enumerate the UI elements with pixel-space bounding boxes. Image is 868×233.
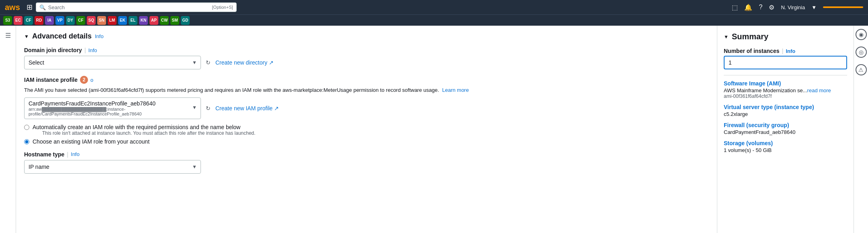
search-shortcut: [Option+S] [212,5,233,10]
create-iam-external-icon: ↗ [274,105,279,111]
hostname-field-group: Hostname type | Info IP name ▼ [24,151,709,174]
service-icon-vpc[interactable]: VP [55,16,64,25]
iam-info-link[interactable]: o [90,77,93,83]
service-icon-kn[interactable]: KN [139,16,148,25]
services-bar: S3 EC CF RD IA VP DY CF SQ SN LM EK EL K… [0,14,868,26]
domain-join-label: Domain join directory | Info [24,47,709,53]
service-icon-ddb[interactable]: DY [66,16,75,25]
radio-existing-input[interactable] [24,139,29,144]
radio-auto-label: Automatically create an IAM role with th… [33,124,256,130]
iam-radio-group: Automatically create an IAM role with th… [24,124,709,145]
collapse-icon[interactable]: ▼ [24,34,29,39]
region-selector[interactable]: N. Virginia [781,4,805,10]
bell-icon[interactable]: 🔔 [744,4,752,11]
help-icon[interactable]: ? [759,4,762,11]
summary-collapse-icon[interactable]: ▼ [724,34,729,40]
aws-logo[interactable]: aws [5,3,20,12]
summary-software-label: Software Image (AMI) [724,80,847,87]
domain-join-field-group: Domain join directory | Info Select ▼ ↻ … [24,47,709,69]
iam-select-value: CardPaymentsFraudEc2InstanceProfile_aeb7… [29,100,188,107]
radio-existing-label: Choose an existing IAM role from your ac… [33,138,149,145]
iam-select-container: CardPaymentsFraudEc2InstanceProfile_aeb7… [24,97,201,119]
right-icon-2[interactable]: ◎ [856,47,867,58]
top-nav: aws ⊞ 🔍 Search [Option+S] ⬚ 🔔 ? ⚙ N. Vir… [0,0,868,14]
hostname-label: Hostname type | Info [24,151,709,158]
section-title: Advanced details [32,32,92,41]
summary-header: ▼ Summary [724,32,847,41]
iam-learn-more-link[interactable]: Learn more [442,87,469,93]
advanced-details-header: ▼ Advanced details Info [24,32,709,41]
service-icon-ap[interactable]: AP [149,16,158,25]
main-layout: ☰ ▼ Advanced details Info Domain join di… [0,26,868,233]
summary-storage-section: Storage (volumes) 1 volume(s) - 50 GiB [724,140,847,153]
service-icon-cfn[interactable]: CF [76,16,85,25]
iam-description: The AMI you have selected (ami-00f361f6a… [24,86,709,94]
domain-join-row: Select ▼ ↻ Create new directory ↗ [24,56,709,69]
hostname-select-container: IP name ▼ [24,160,201,174]
settings-icon[interactable]: ⚙ [769,4,774,11]
sidebar-toggle-button[interactable]: ☰ [2,29,14,42]
radio-auto-option: Automatically create an IAM role with th… [24,124,709,136]
summary-instances-input[interactable] [724,56,847,69]
iam-refresh-icon[interactable]: ↻ [206,105,211,111]
create-iam-profile-link[interactable]: Create new IAM profile ↗ [215,105,279,111]
summary-software-read-more[interactable]: read more [807,87,831,93]
nav-right: ⬚ 🔔 ? ⚙ N. Virginia ▼ [732,4,863,11]
domain-join-select-container: Select ▼ [24,56,201,69]
nav-profile-bar [823,6,863,8]
summary-panel: ▼ Summary Number of instances | Info Sof… [717,26,854,233]
service-icon-ec2[interactable]: EC [14,16,23,25]
service-icon-sm[interactable]: SM [170,16,179,25]
service-icon-cf[interactable]: CF [24,16,33,25]
summary-instances-field: Number of instances | Info [724,48,847,69]
grid-icon[interactable]: ⊞ [27,3,33,12]
summary-instances-label: Number of instances | Info [724,48,847,54]
service-icon-rds[interactable]: RD [35,16,43,25]
summary-firewall-value: CardPaymentFraud_aeb78640 [724,129,847,135]
content-area: ▼ Advanced details Info Domain join dire… [16,26,717,233]
summary-software-section: Software Image (AMI) AWS Mainframe Moder… [724,80,847,99]
summary-server-type-section: Virtual server type (instance type) c5.2… [724,104,847,117]
radio-existing-option: Choose an existing IAM role from your ac… [24,138,709,145]
search-icon: 🔍 [39,4,46,10]
summary-divider-1 [724,75,847,75]
iam-profile-label: IAM instance profile 2 o [24,76,709,84]
summary-firewall-section: Firewall (security group) CardPaymentFra… [724,122,847,135]
right-icon-1[interactable]: ◉ [856,29,867,40]
hostname-info-link[interactable]: Info [71,151,80,157]
summary-title: Summary [732,32,768,41]
radio-auto-sublabel: This role isn't attached at instance lau… [42,130,256,136]
summary-firewall-label: Firewall (security group) [724,122,847,128]
right-icon-3[interactable]: ⚠ [856,64,867,75]
summary-software-ami: ami-00f361f6af64cfd7f [724,93,847,99]
search-bar[interactable]: 🔍 Search [Option+S] [36,2,237,12]
sidebar-toggle: ☰ [0,26,16,233]
summary-instances-info[interactable]: Info [786,48,795,54]
iam-select-box[interactable]: CardPaymentsFraudEc2InstanceProfile_aeb7… [24,97,201,119]
iam-select-arn: arn:aw▓▓▓▓▓▓▓▓▓▓▓▓▓▓▓▓▓▓▓▓:instance-prof… [29,107,188,116]
summary-software-value: AWS Mainframe Modernization se...read mo… [724,87,847,93]
service-icon-cw[interactable]: CW [160,16,169,25]
service-icon-sqs[interactable]: SQ [87,16,96,25]
service-icon-gd[interactable]: GD [181,16,190,25]
service-icon-lm[interactable]: LM [108,16,117,25]
iam-badge-number: 2 [80,76,88,84]
service-icon-el[interactable]: EL [129,16,137,25]
search-placeholder: Search [48,4,65,10]
domain-join-select[interactable]: Select [24,56,201,69]
service-icon-sns[interactable]: SN [97,16,106,25]
cloud-shell-icon[interactable]: ⬚ [732,4,738,11]
domain-join-refresh-icon[interactable]: ↻ [206,59,211,66]
service-icon-iam[interactable]: IA [45,16,54,25]
section-info-link[interactable]: Info [95,33,104,39]
service-icon-eks[interactable]: EK [118,16,127,25]
radio-auto-input[interactable] [24,125,29,130]
hostname-select[interactable]: IP name [24,160,201,174]
summary-storage-label: Storage (volumes) [724,140,847,146]
service-icon-s3[interactable]: S3 [3,16,12,25]
right-sidebar: ◉ ◎ ⚠ [854,26,868,233]
create-directory-link[interactable]: Create new directory ↗ [215,59,274,66]
summary-storage-value: 1 volume(s) - 50 GiB [724,147,847,153]
create-directory-external-icon: ↗ [269,59,274,66]
domain-join-info-link[interactable]: Info [88,47,97,53]
